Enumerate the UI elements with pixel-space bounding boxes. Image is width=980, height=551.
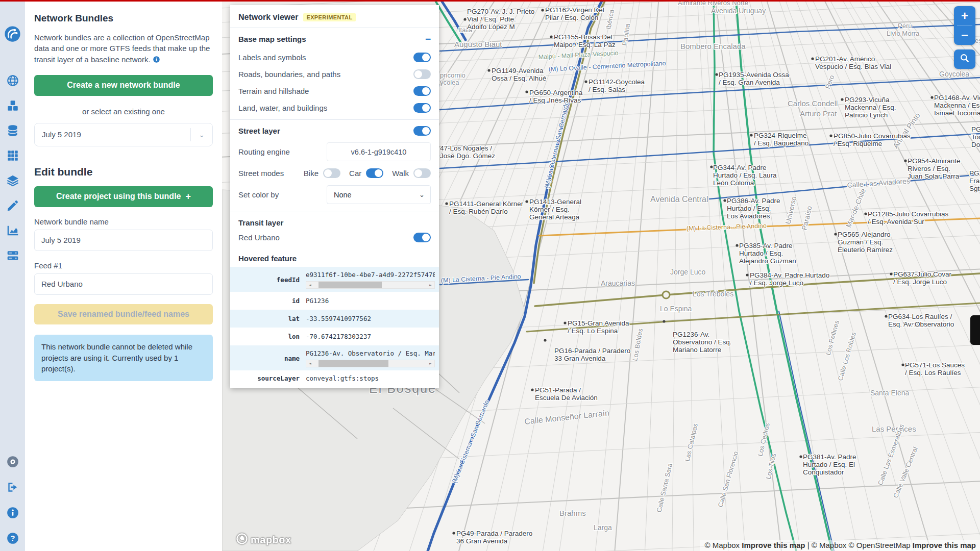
map-zoom-control: + − xyxy=(954,6,975,45)
feed-label: Feed #1 xyxy=(34,261,213,270)
region-globe-icon[interactable] xyxy=(6,74,19,87)
viewer-title: Network viewer xyxy=(238,13,298,22)
help-question-icon[interactable]: ? xyxy=(6,532,19,545)
save-names-button[interactable]: Save renamed bundle/feed names xyxy=(34,304,213,324)
table-row-name: name PG1236-Av. Observatorio / Esq. Mari… xyxy=(230,345,439,370)
analysis-chart-icon[interactable] xyxy=(6,224,19,237)
map-label: Lo Espina xyxy=(660,305,692,313)
table-row-lat: lat -33.5597410977562 xyxy=(230,310,439,328)
transit-feed-row: Red Urbano xyxy=(230,229,439,246)
toggle-row-terrain: Terrain and hillshade xyxy=(230,83,439,99)
map-label: Los Tréboles xyxy=(693,290,733,298)
map-label: Goycolea xyxy=(939,70,969,78)
map-label: Las Perdices xyxy=(872,424,916,433)
map-label: Avenida Central xyxy=(650,195,708,204)
bike-mode-toggle[interactable] xyxy=(323,168,340,178)
attribution-separator: | xyxy=(807,541,810,549)
bundle-select-value: July 5 2019 xyxy=(35,130,190,139)
svg-text:?: ? xyxy=(10,534,15,542)
bundle-name-label: Network bundle name xyxy=(34,217,213,226)
scroll-left-arrow[interactable]: ◄ xyxy=(306,360,314,367)
sign-out-icon[interactable] xyxy=(6,481,19,494)
bundles-description: Network bundles are a collection of Open… xyxy=(34,32,213,65)
network-bundles-icon[interactable] xyxy=(6,99,19,112)
color-by-select[interactable]: None ⌄ xyxy=(327,185,431,204)
map-label: Brahms xyxy=(559,509,586,517)
search-icon xyxy=(960,53,970,65)
street-layer-title: Street layer xyxy=(238,127,280,135)
map-label: PG637-Julio Covar/ Esq. Jorge Luco xyxy=(893,270,952,286)
map-label: Arturo Prat xyxy=(800,109,837,118)
walk-mode-label: Walk xyxy=(392,169,409,178)
land-water-toggle[interactable] xyxy=(413,103,431,113)
map-label: PG1155-Brisas DelMaipo / Esq. La Paz xyxy=(554,33,616,48)
scroll-right-arrow[interactable]: ► xyxy=(427,282,434,288)
attribution-mapbox: © Mapbox xyxy=(705,541,740,549)
network-bundles-panel: Network Bundles Network bundles are a co… xyxy=(25,2,222,551)
zoom-in-button[interactable]: + xyxy=(954,6,975,26)
improve-map-link[interactable]: Improve this map xyxy=(742,541,805,549)
feature-table: feedId e9311f6f-10be-4be7-a4d9-2272f5747… xyxy=(230,267,439,388)
bundle-select[interactable]: July 5 2019 ⌄ xyxy=(34,123,213,146)
map-label: PG634-Los Raulíes /Esq. Av. Observatorio xyxy=(888,313,954,328)
street-modes-row: Street modes Bike Car Walk xyxy=(230,165,439,182)
routing-engine-value[interactable]: v6.6-1-g919c410 xyxy=(327,142,431,161)
roads-toggle[interactable] xyxy=(413,69,431,79)
mapbox-logo-icon xyxy=(236,533,248,547)
car-mode-toggle[interactable] xyxy=(366,168,383,178)
map-label: Carlos Condell xyxy=(788,99,838,108)
collapse-section-button[interactable]: − xyxy=(425,34,431,44)
set-color-row: Set color by None ⌄ xyxy=(230,182,439,208)
plus-icon: + xyxy=(185,191,191,202)
delete-warning-alert: This network bundle cannot be deleted wh… xyxy=(34,335,213,381)
color-by-value: None xyxy=(327,191,419,199)
opportunity-datasets-icon[interactable] xyxy=(6,124,19,137)
bundle-name-input[interactable]: July 5 2019 xyxy=(34,230,213,251)
map-label: PG1TocDor xyxy=(971,126,980,148)
horizontal-scrollbar[interactable]: ◄ ► xyxy=(306,360,435,367)
map-label: PG571-Los Sauces/ Esq. Los Raulíes xyxy=(905,361,965,377)
improve-map-link-2[interactable]: Improve this map xyxy=(913,541,976,549)
map-label: PG324-Riquelme/ Esq. Baquedano xyxy=(754,132,808,147)
map-label: ycolea xyxy=(440,79,459,86)
create-project-button[interactable]: Create project using this bundle + xyxy=(34,186,213,207)
zoom-out-button[interactable]: − xyxy=(954,26,975,45)
street-layer-toggle[interactable] xyxy=(413,126,431,136)
edit-pencil-icon[interactable] xyxy=(6,199,19,212)
mapbox-logo-text: mapbox xyxy=(251,534,291,546)
layers-icon[interactable] xyxy=(6,174,19,187)
map-label: PG1935-Avenida Ossa/ Esq. Gran Avenida xyxy=(719,71,789,86)
transit-feed-toggle[interactable] xyxy=(413,233,431,242)
projects-grid-icon[interactable] xyxy=(6,149,19,162)
map-search-button[interactable] xyxy=(954,49,975,69)
regional-analyses-server-icon[interactable] xyxy=(6,249,19,262)
walk-mode-toggle[interactable] xyxy=(413,168,431,178)
horizontal-scrollbar[interactable]: ◄ ► xyxy=(306,281,435,289)
toggle-row-land-water: Land, water, and buildings xyxy=(230,99,439,116)
map-label: Livio Morra xyxy=(887,30,920,37)
create-bundle-button[interactable]: Create a new network bundle xyxy=(34,75,213,96)
scroll-right-arrow[interactable]: ► xyxy=(427,360,434,367)
labels-symbols-toggle[interactable] xyxy=(413,53,431,62)
info-icon[interactable] xyxy=(153,55,160,63)
map-label: Perú xyxy=(898,22,912,30)
chevron-down-icon: ⌄ xyxy=(191,131,212,139)
map-label: PG1149-AvenidaOssa / Esq. Alhué xyxy=(492,67,546,82)
hovered-feature-title: Hovered feature xyxy=(238,254,297,263)
map-label: Larga xyxy=(594,523,612,532)
map-label: Avenida Uruguay xyxy=(711,7,766,15)
feed-name-input[interactable]: Red Urbano xyxy=(34,273,213,295)
mapbox-logo[interactable]: mapbox xyxy=(236,533,291,547)
terrain-toggle[interactable] xyxy=(413,86,431,96)
status-dot-icon[interactable] xyxy=(6,455,19,468)
table-row-lon: lon -70.6742178303237 xyxy=(230,328,439,345)
scroll-left-arrow[interactable]: ◄ xyxy=(306,282,314,288)
map-label: PG1162-Virgen DelPilar / Esq. Colón xyxy=(545,6,604,21)
or-select-label: or select an existing one xyxy=(34,107,213,116)
info-icon[interactable] xyxy=(6,506,19,519)
map-label: Araucarias xyxy=(601,279,635,287)
table-row-sourcelayer: sourceLayer conveyal:gtfs:stops xyxy=(230,370,439,388)
routing-engine-row: Routing engine v6.6-1-g919c410 xyxy=(230,139,439,165)
sidebar-bottom-icons: ? xyxy=(6,455,19,545)
conveyal-logo-icon[interactable] xyxy=(4,26,21,42)
